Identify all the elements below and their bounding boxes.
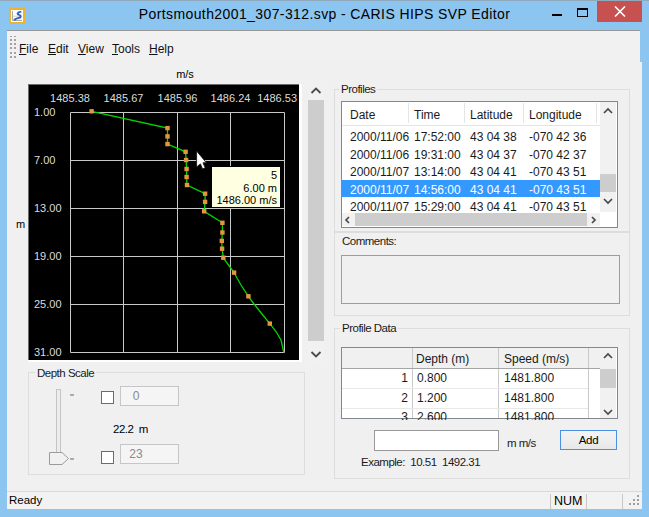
svg-text:7.00: 7.00 bbox=[34, 154, 55, 166]
svg-text:1485.67: 1485.67 bbox=[104, 92, 144, 104]
svg-text:13.00: 13.00 bbox=[34, 202, 62, 214]
svg-text:1485.96: 1485.96 bbox=[158, 92, 198, 104]
svg-text:31.00: 31.00 bbox=[34, 346, 62, 358]
svg-text:1.00: 1.00 bbox=[34, 106, 55, 118]
svg-text:25.00: 25.00 bbox=[34, 298, 62, 310]
svg-text:19.00: 19.00 bbox=[34, 250, 62, 262]
svg-text:1485.38: 1485.38 bbox=[50, 92, 90, 104]
svg-text:1486.24: 1486.24 bbox=[211, 92, 251, 104]
svg-text:1486.53: 1486.53 bbox=[257, 92, 297, 104]
